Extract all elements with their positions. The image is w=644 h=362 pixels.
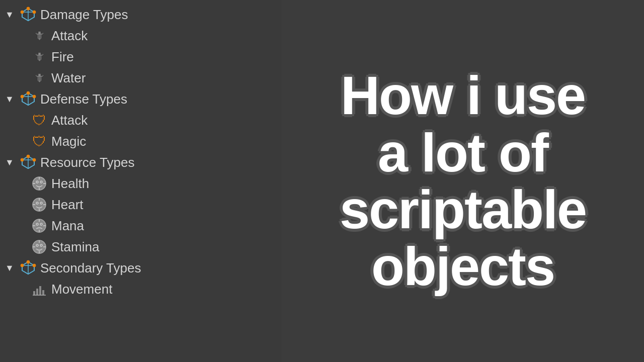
section-secondary-types[interactable]: ▼ Secondary Types — [0, 257, 282, 279]
item-attack-defense[interactable]: 🛡 Attack — [0, 110, 282, 131]
svg-point-10 — [21, 95, 24, 98]
svg-rect-53 — [36, 289, 38, 295]
chart-icon — [30, 280, 48, 298]
expand-arrow: ▼ — [5, 157, 19, 168]
face-icon — [30, 217, 48, 235]
section-defense-types[interactable]: ▼ Defense Types — [0, 88, 282, 110]
tree-panel: ▼ Damage Types 🗡 Attack 🗡 Fire 🗡 Water ▼ — [0, 0, 282, 362]
item-label: Health — [51, 176, 89, 192]
item-label: Movement — [51, 282, 112, 297]
cube-icon — [19, 259, 37, 277]
sword-icon: 🗡 — [30, 48, 48, 66]
item-label: Heart — [51, 197, 84, 213]
item-attack-damage[interactable]: 🗡 Attack — [0, 25, 282, 46]
svg-point-3 — [33, 11, 36, 14]
svg-point-49 — [33, 264, 36, 267]
expand-arrow: ▼ — [5, 94, 19, 105]
item-label: Attack — [51, 28, 88, 44]
text-line3: scriptable — [340, 179, 586, 240]
svg-point-15 — [33, 158, 36, 161]
face-icon — [30, 174, 48, 193]
section-label: Damage Types — [40, 7, 128, 23]
sword-icon: 🗡 — [30, 69, 48, 87]
svg-point-9 — [33, 95, 36, 98]
svg-point-50 — [21, 264, 24, 267]
item-label: Mana — [51, 218, 84, 234]
svg-rect-54 — [39, 286, 41, 295]
item-heart[interactable]: Heart — [0, 194, 282, 215]
svg-point-17 — [27, 155, 30, 158]
svg-rect-52 — [33, 291, 35, 295]
section-label: Secondary Types — [40, 260, 141, 276]
svg-point-11 — [27, 92, 30, 95]
item-stamina[interactable]: Stamina — [0, 236, 282, 257]
cube-icon — [19, 153, 37, 171]
svg-point-4 — [21, 11, 24, 14]
item-magic[interactable]: 🛡 Magic — [0, 131, 282, 152]
item-label: Water — [51, 70, 86, 86]
right-panel: How i use a lot of scriptable objects — [282, 0, 644, 362]
shield-icon: 🛡 — [30, 111, 48, 129]
expand-arrow: ▼ — [5, 10, 19, 20]
section-damage-types[interactable]: ▼ Damage Types — [0, 4, 282, 25]
sword-icon: 🗡 — [30, 27, 48, 45]
text-line1: How i use — [341, 65, 585, 126]
section-label: Defense Types — [40, 92, 127, 107]
text-line4: objects — [371, 236, 554, 297]
section-resource-types[interactable]: ▼ Resource Types — [0, 152, 282, 173]
face-icon — [30, 238, 48, 256]
svg-point-5 — [27, 7, 30, 10]
main-text: How i use a lot of scriptable objects — [340, 67, 586, 295]
section-label: Resource Types — [40, 155, 134, 170]
item-mana[interactable]: Mana — [0, 215, 282, 236]
item-health[interactable]: Health — [0, 173, 282, 194]
svg-rect-55 — [42, 290, 44, 295]
svg-point-16 — [21, 158, 24, 161]
item-label: Stamina — [51, 239, 99, 255]
face-icon — [30, 196, 48, 214]
cube-icon — [19, 6, 37, 24]
item-label: Fire — [51, 49, 74, 65]
item-fire[interactable]: 🗡 Fire — [0, 46, 282, 67]
item-label: Attack — [51, 113, 88, 128]
expand-arrow: ▼ — [5, 263, 19, 274]
cube-icon — [19, 90, 37, 108]
shield-icon: 🛡 — [30, 132, 48, 150]
svg-point-51 — [27, 260, 30, 263]
item-movement[interactable]: Movement — [0, 279, 282, 300]
item-water[interactable]: 🗡 Water — [0, 67, 282, 88]
item-label: Magic — [51, 134, 86, 149]
text-line2: a lot of — [378, 122, 548, 183]
